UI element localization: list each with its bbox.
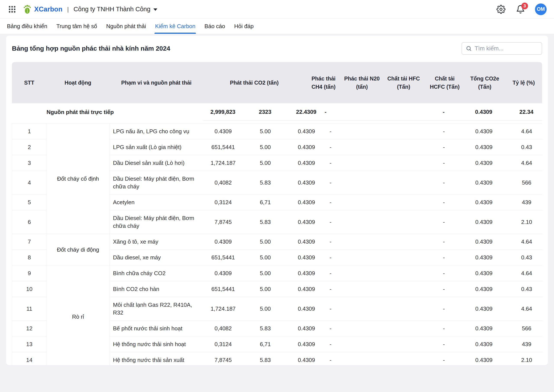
value-cell: 0.4309 [204,234,243,250]
summary-label: Nguồn phát thải trực tiếp [47,103,203,121]
summary-value: 0.4309 [457,103,511,121]
stt-cell: 9 [12,266,47,281]
value-cell: 4.64 [511,155,542,171]
source-cell: Môi chất lạnh Gas R22, R410A, R32 [110,297,204,321]
value-cell: - [431,297,457,321]
value-cell: 5.83 [243,171,288,195]
value-cell: 2.10 [511,352,542,365]
source-cell: Bế phốt nước thải sinh hoạt [110,321,204,336]
search-icon [466,45,471,52]
summary-row: Nguồn phát thải trực tiếp2,999,823232322… [12,103,542,121]
value-cell: - [431,352,457,365]
source-cell: Hệ thống nước thải sinh hoạt [110,336,204,352]
value-cell: - [431,281,457,297]
value-cell: 651,5441 [204,281,243,297]
value-cell: 0.4309 [457,210,511,234]
nav-tab-2[interactable]: Trung tâm hệ số [56,19,97,34]
value-cell: 0.4309 [288,352,325,365]
value-cell: - [325,124,431,139]
value-cell: - [325,321,431,336]
brand-name: XCarbon [34,5,63,13]
value-cell: 5.83 [243,210,288,234]
notifications-button[interactable]: 3 [515,4,526,14]
settings-button[interactable] [496,4,506,14]
value-cell: 5.00 [243,266,288,281]
column-header-5: Phác thải CH4 (tấn) [305,62,342,103]
value-cell: 439 [511,195,542,210]
nav-tab-4[interactable]: Kiểm kê Carbon [154,19,196,34]
stt-cell: 4 [12,171,47,195]
column-header-10: Tỷ lệ (%) [505,62,542,103]
value-cell: - [431,234,457,250]
value-cell: 0.4309 [457,352,511,365]
value-cell: 0.4309 [204,266,243,281]
nav-tab-5[interactable]: Báo cáo [204,19,225,34]
column-header-8: Chất tải HCFC (Tấn) [425,62,464,103]
app-grid-icon [8,5,16,14]
column-header-9: Tổng CO2e (Tấn) [464,62,505,103]
value-cell: 0.4309 [457,195,511,210]
activity-cell: Đốt cháy di động [47,234,110,266]
value-cell: - [431,210,457,234]
footprint-icon [22,4,32,14]
value-cell: 0.4309 [457,297,511,321]
nav-tab-6[interactable]: Hỏi đáp [234,19,254,34]
value-cell: - [431,171,457,195]
search-input[interactable] [475,45,538,52]
avatar[interactable]: OM [535,3,547,15]
value-cell: 566 [511,171,542,195]
value-cell: 5.00 [243,250,288,266]
company-selector[interactable]: Công ty TNHH Thành Công [74,6,157,13]
summary-value: 22.34 [511,103,542,121]
value-cell: 5.83 [243,321,288,336]
summary-value: - [325,103,431,121]
activity-group-1: Đốt cháy cố định1LPG nấu ăn, LPG cho côn… [12,124,542,234]
value-cell: 0.4309 [288,210,325,234]
stt-cell: 10 [12,281,47,297]
xcarbon-logo: XCarbon [22,4,63,14]
value-cell: 0.4309 [457,321,511,336]
gear-icon [497,5,505,14]
source-cell: Bình CO2 cho hàn [110,281,204,297]
value-cell: 0.4309 [457,250,511,266]
value-cell: 0.4309 [457,171,511,195]
page-content: Bảng tổng hợp nguồn phác thải nhà kính n… [0,34,554,365]
stt-cell: 13 [12,336,47,352]
stt-cell: 12 [12,321,47,336]
value-cell: - [431,321,457,336]
value-cell: 0.4309 [288,234,325,250]
summary-stt-cell [12,103,47,121]
value-cell: 1,724.187 [204,297,243,321]
chevron-down-icon [154,8,157,11]
value-cell: 4.64 [511,124,542,139]
brand-separator: | [67,6,69,13]
nav-tab-1[interactable]: Bảng điều khiển [7,19,48,34]
source-cell: Dầu Diesel: Máy phát điện, Bơm chữa cháy [110,171,204,195]
nav-tab-3[interactable]: Nguồn phát thải [106,19,147,34]
value-cell: 0,4082 [204,321,243,336]
value-cell: - [325,266,431,281]
stt-cell: 6 [12,210,47,234]
value-cell: 0.4309 [288,139,325,155]
stt-cell: 2 [12,139,47,155]
value-cell: - [325,155,431,171]
value-cell: 0.4309 [288,266,325,281]
column-header-2: Hoạt động [47,62,109,103]
source-cell: LPG nấu ăn, LPG cho công vụ [110,124,204,139]
table-body: Đốt cháy cố định1LPG nấu ăn, LPG cho côn… [12,123,542,365]
value-cell: 0.4309 [457,155,511,171]
value-cell: - [325,139,431,155]
value-cell: 0.4309 [457,124,511,139]
value-cell: 651,5441 [204,139,243,155]
value-cell: 0.4309 [288,124,325,139]
search-box [462,42,542,55]
value-cell: 5.00 [243,234,288,250]
value-cell: - [325,281,431,297]
value-cell: 4.64 [511,234,542,250]
app-grid-button[interactable] [7,5,17,14]
source-cell: Hệ thống nước thải sản xuất [110,352,204,365]
value-cell: 0.43 [511,281,542,297]
value-cell: - [431,250,457,266]
value-cell: - [431,266,457,281]
value-cell: 0.4309 [457,281,511,297]
